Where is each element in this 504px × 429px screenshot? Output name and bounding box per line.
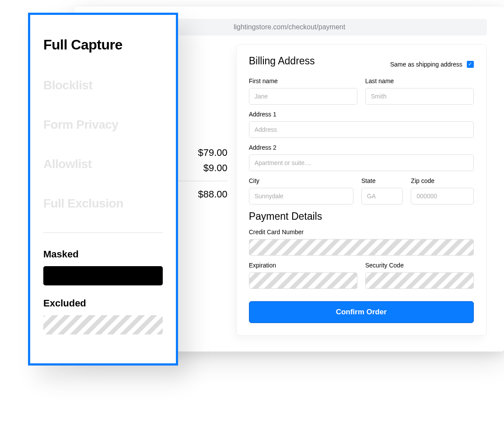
address2-input[interactable] xyxy=(249,155,474,171)
state-input[interactable] xyxy=(361,188,403,204)
cc-label: Credit Card Number xyxy=(249,229,474,236)
cc-input[interactable] xyxy=(249,239,474,256)
state-label: State xyxy=(361,177,403,184)
city-label: City xyxy=(249,177,354,184)
capture-settings-panel: Full Capture Blocklist Form Privacy Allo… xyxy=(28,13,178,366)
sidebar-item-full-exclusion[interactable]: Full Exclusion xyxy=(43,197,163,211)
first-name-label: First name xyxy=(249,77,357,84)
confirm-order-button[interactable]: Confirm Order xyxy=(249,301,474,323)
excluded-sample xyxy=(43,315,163,334)
same-as-checkbox[interactable]: ✓ xyxy=(467,61,474,68)
last-name-label: Last name xyxy=(365,77,474,84)
cvv-label: Security Code xyxy=(365,262,474,269)
city-input[interactable] xyxy=(249,188,354,204)
cvv-input[interactable] xyxy=(365,272,474,289)
checkout-form: Billing Address Same as shipping address… xyxy=(236,44,486,336)
address1-input[interactable] xyxy=(249,121,474,138)
zip-input[interactable] xyxy=(411,188,473,204)
address2-label: Address 2 xyxy=(249,144,474,151)
excluded-label: Excluded xyxy=(43,298,163,309)
sidebar-divider xyxy=(43,232,163,233)
masked-sample xyxy=(43,266,163,285)
sidebar-item-blocklist[interactable]: Blocklist xyxy=(43,78,163,92)
sidebar-item-form-privacy[interactable]: Form Privacy xyxy=(43,118,163,132)
sidebar-item-allowlist[interactable]: Allowlist xyxy=(43,157,163,171)
last-name-input[interactable] xyxy=(365,88,474,105)
zip-label: Zip code xyxy=(411,177,473,184)
first-name-input[interactable] xyxy=(249,88,357,105)
billing-title: Billing Address xyxy=(249,55,315,67)
sidebar-title: Full Capture xyxy=(43,37,163,53)
check-icon: ✓ xyxy=(468,61,472,67)
expiration-input[interactable] xyxy=(249,272,357,289)
address1-label: Address 1 xyxy=(249,111,474,118)
expiration-label: Expiration xyxy=(249,262,357,269)
same-as-label: Same as shipping address xyxy=(390,61,462,68)
payment-title: Payment Details xyxy=(249,211,474,222)
masked-label: Masked xyxy=(43,249,163,260)
